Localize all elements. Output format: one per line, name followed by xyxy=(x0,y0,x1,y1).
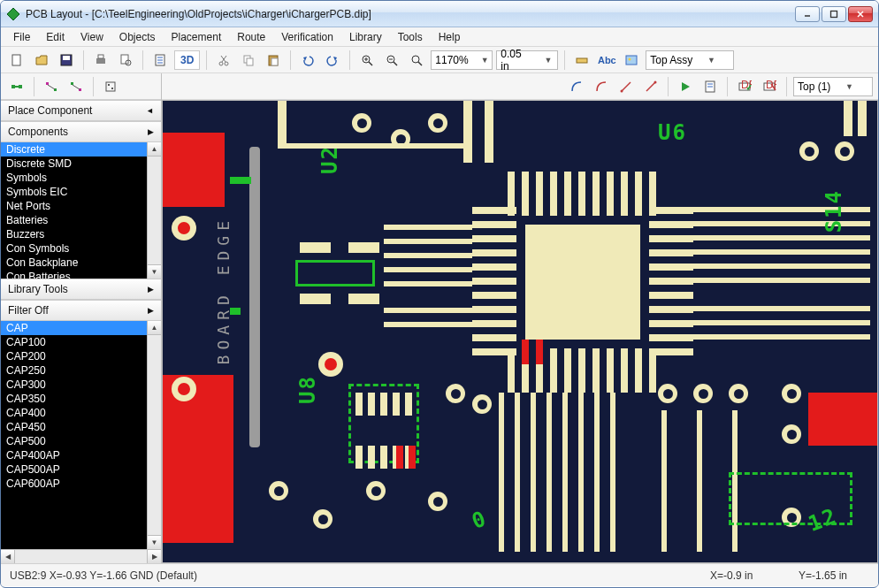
undo-button[interactable] xyxy=(297,50,318,71)
image-tool-button[interactable] xyxy=(621,50,642,71)
menu-file[interactable]: File xyxy=(6,29,37,45)
menu-placement[interactable]: Placement xyxy=(164,29,229,45)
cut-button[interactable] xyxy=(213,50,234,71)
redo-button[interactable] xyxy=(322,50,343,71)
part-row[interactable]: CAP500 xyxy=(1,434,161,448)
category-row[interactable]: Con Batteries xyxy=(1,270,161,279)
menu-view[interactable]: View xyxy=(73,29,111,45)
text-tool-button[interactable]: Abc xyxy=(596,50,617,71)
routing-toolbar: DRC DRC Top (1)▼ xyxy=(162,73,878,100)
library-tools-header[interactable]: Library Tools▶ xyxy=(1,279,161,300)
part-row[interactable]: CAP600AP xyxy=(1,477,161,491)
3d-button[interactable]: 3D xyxy=(174,50,200,70)
category-row[interactable]: Discrete xyxy=(1,142,161,157)
part-row[interactable]: CAP500AP xyxy=(1,462,161,477)
part-row[interactable]: CAP200 xyxy=(1,349,161,363)
place-component-header[interactable]: Place Component◄ xyxy=(1,100,161,121)
svg-point-51 xyxy=(654,80,657,83)
category-row[interactable]: Symbols xyxy=(1,171,161,185)
svg-line-43 xyxy=(48,85,55,89)
components-header[interactable]: Components▶ xyxy=(1,121,161,142)
zoom-extents-button[interactable] xyxy=(406,50,427,71)
layer-dropdown[interactable]: Top Assy▼ xyxy=(646,50,734,70)
copy-button[interactable] xyxy=(238,50,259,71)
drc-button[interactable]: DRC xyxy=(734,76,755,97)
svg-marker-0 xyxy=(7,8,19,20)
route-tool-1[interactable] xyxy=(6,76,27,97)
filter-header[interactable]: Filter Off▶ xyxy=(1,300,161,321)
category-row[interactable]: Con Symbols xyxy=(1,241,161,256)
sheet-button[interactable] xyxy=(149,50,171,71)
scroll-up-icon[interactable]: ▲ xyxy=(148,142,161,157)
part-row[interactable]: CAP300 xyxy=(1,378,161,392)
arc-tool-3[interactable] xyxy=(615,76,637,97)
scroll-up-icon[interactable]: ▲ xyxy=(148,321,161,335)
menu-library[interactable]: Library xyxy=(342,29,389,45)
open-button[interactable] xyxy=(31,50,52,71)
menu-objects[interactable]: Objects xyxy=(112,29,163,45)
part-row[interactable]: CAP xyxy=(1,321,161,335)
app-icon xyxy=(6,7,20,21)
pattern-button[interactable] xyxy=(100,76,121,97)
run-button[interactable] xyxy=(675,76,696,97)
scroll-down-icon[interactable]: ▼ xyxy=(148,535,161,549)
zoom-in-button[interactable] xyxy=(356,50,378,71)
window-title: PCB Layout - [C:\TeelEngineering\OldProj… xyxy=(26,8,795,20)
titlebar: PCB Layout - [C:\TeelEngineering\OldProj… xyxy=(1,1,878,27)
print-button[interactable] xyxy=(90,50,111,71)
status-bar: USB2:9 X=-0.93 Y=-1.66 GND (Default) X=-… xyxy=(1,563,878,586)
preview-button[interactable] xyxy=(115,50,136,71)
sheet2-button[interactable] xyxy=(699,76,721,97)
close-button[interactable] xyxy=(848,6,873,22)
arc-tool-1[interactable] xyxy=(566,76,587,97)
scroll-left-icon[interactable]: ◀ xyxy=(1,550,15,563)
menu-help[interactable]: Help xyxy=(432,29,468,45)
part-row[interactable]: CAP350 xyxy=(1,392,161,406)
part-row[interactable]: CAP450 xyxy=(1,420,161,434)
svg-rect-41 xyxy=(46,82,49,85)
svg-rect-39 xyxy=(19,85,22,88)
part-row[interactable]: CAP250 xyxy=(1,363,161,378)
category-row[interactable]: Batteries xyxy=(1,213,161,227)
arc-tool-4[interactable] xyxy=(640,76,661,97)
maximize-button[interactable] xyxy=(822,6,846,22)
category-row[interactable]: Symbols EIC xyxy=(1,185,161,199)
minimize-button[interactable] xyxy=(795,6,820,22)
svg-point-16 xyxy=(219,62,223,65)
zoom-out-button[interactable] xyxy=(381,50,402,71)
part-scrollbar[interactable]: ▲▼ xyxy=(147,321,161,549)
zoom-dropdown[interactable]: 1170%▼ xyxy=(431,50,493,70)
menu-route[interactable]: Route xyxy=(230,29,272,45)
menu-tools[interactable]: Tools xyxy=(391,29,430,45)
new-button[interactable] xyxy=(6,50,27,71)
paste-button[interactable] xyxy=(263,50,284,71)
scroll-down-icon[interactable]: ▼ xyxy=(148,264,161,279)
route-tool-3[interactable] xyxy=(65,76,87,97)
arc-tool-2[interactable] xyxy=(591,76,612,97)
category-row[interactable]: Buzzers xyxy=(1,227,161,241)
active-layer-dropdown[interactable]: Top (1)▼ xyxy=(793,77,873,96)
route-tool-2[interactable] xyxy=(41,76,62,97)
menu-verification[interactable]: Verification xyxy=(274,29,340,45)
category-scrollbar[interactable]: ▲▼ xyxy=(147,142,161,279)
svg-rect-47 xyxy=(106,82,115,91)
svg-line-31 xyxy=(394,62,397,65)
save-button[interactable] xyxy=(56,50,77,71)
ref-u6: U6 xyxy=(658,120,687,145)
category-row[interactable]: Con Backplane xyxy=(1,256,161,270)
part-row[interactable]: CAP400 xyxy=(1,406,161,420)
grid-dropdown[interactable]: 0.05 in▼ xyxy=(496,50,558,70)
category-list[interactable]: DiscreteDiscrete SMDSymbolsSymbols EICNe… xyxy=(1,142,161,279)
part-row[interactable]: CAP100 xyxy=(1,335,161,349)
category-row[interactable]: Discrete SMD xyxy=(1,157,161,171)
drc-off-button[interactable]: DRC xyxy=(759,76,780,97)
part-row[interactable]: CAP400AP xyxy=(1,448,161,462)
ruler-button[interactable] xyxy=(571,50,592,71)
pcb-canvas[interactable]: BOARD EDGE U2 U6 xyxy=(162,100,878,563)
part-hscrollbar[interactable]: ◀▶ xyxy=(1,549,161,563)
scroll-right-icon[interactable]: ▶ xyxy=(147,550,161,563)
svg-point-33 xyxy=(412,56,419,63)
menu-edit[interactable]: Edit xyxy=(39,29,72,45)
category-row[interactable]: Net Ports xyxy=(1,199,161,213)
part-list[interactable]: CAPCAP100CAP200CAP250CAP300CAP350CAP400C… xyxy=(1,321,161,549)
